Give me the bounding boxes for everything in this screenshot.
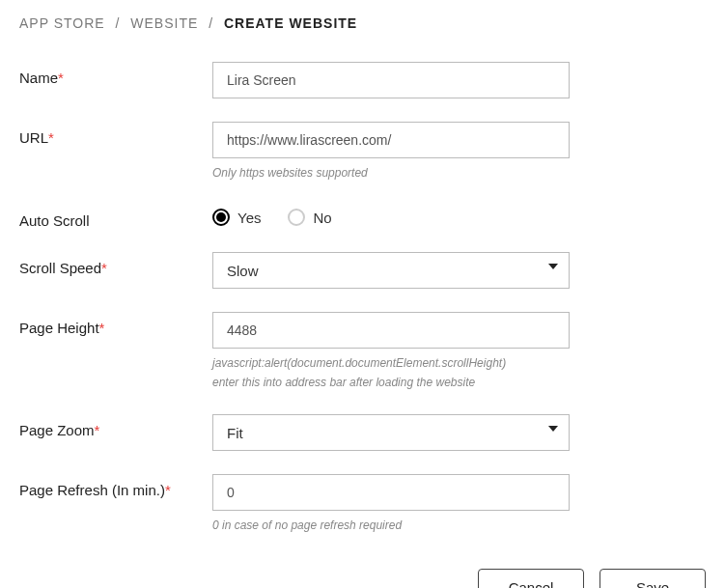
label-pagerefresh-text: Page Refresh (In min.) (19, 482, 165, 498)
label-pagezoom-text: Page Zoom (19, 422, 95, 438)
breadcrumb-sep: / (209, 15, 213, 31)
row-pagerefresh: Page Refresh (In min.)* 0 in case of no … (19, 474, 706, 534)
pagerefresh-help: 0 in case of no page refresh required (212, 517, 570, 534)
label-pagezoom: Page Zoom* (19, 414, 212, 438)
pagerefresh-input[interactable] (212, 474, 570, 511)
row-pageheight: Page Height* javascript:alert(document.d… (19, 312, 706, 391)
pagezoom-select[interactable]: Fit (212, 414, 570, 451)
radio-checked-icon (212, 209, 230, 226)
pagezoom-value: Fit (212, 414, 570, 451)
breadcrumb-current: CREATE WEBSITE (224, 15, 357, 31)
required-mark: * (58, 70, 64, 86)
scrollspeed-select[interactable]: Slow (212, 252, 570, 289)
autoscroll-radios: Yes No (212, 205, 570, 226)
label-scrollspeed-text: Scroll Speed (19, 260, 101, 276)
pageheight-help2: enter this into address bar after loadin… (212, 374, 570, 391)
pageheight-help1: javascript:alert(document.documentElemen… (212, 354, 570, 372)
label-url-text: URL (19, 129, 48, 146)
autoscroll-yes-label: Yes (237, 210, 261, 226)
autoscroll-yes[interactable]: Yes (212, 209, 261, 226)
cancel-button[interactable]: Cancel (478, 569, 584, 588)
row-autoscroll: Auto Scroll Yes No (19, 205, 706, 229)
url-help: Only https websites supported (212, 164, 570, 182)
radio-unchecked-icon (288, 209, 305, 226)
required-mark: * (99, 320, 105, 336)
required-mark: * (101, 260, 107, 276)
breadcrumb-item-appstore[interactable]: APP STORE (19, 15, 105, 31)
url-input[interactable] (212, 122, 570, 158)
scrollspeed-value: Slow (212, 252, 570, 289)
row-url: URL* Only https websites supported (19, 122, 706, 182)
label-autoscroll: Auto Scroll (19, 205, 212, 229)
label-pagerefresh: Page Refresh (In min.)* (19, 474, 212, 498)
autoscroll-no-label: No (313, 210, 331, 226)
autoscroll-no[interactable]: No (288, 209, 331, 226)
pageheight-input[interactable] (212, 312, 570, 349)
label-pageheight-text: Page Height (19, 320, 99, 336)
breadcrumb: APP STORE / WEBSITE / CREATE WEBSITE (19, 15, 706, 31)
required-mark: * (95, 422, 100, 438)
breadcrumb-sep: / (116, 15, 121, 31)
label-scrollspeed: Scroll Speed* (19, 252, 212, 276)
required-mark: * (48, 129, 54, 146)
label-name: Name* (19, 62, 212, 86)
label-url: URL* (19, 122, 212, 146)
row-scrollspeed: Scroll Speed* Slow (19, 252, 706, 289)
label-name-text: Name (19, 70, 58, 86)
row-name: Name* (19, 62, 706, 98)
required-mark: * (165, 482, 171, 498)
row-pagezoom: Page Zoom* Fit (19, 414, 706, 451)
label-pageheight: Page Height* (19, 312, 212, 336)
name-input[interactable] (212, 62, 570, 98)
save-button[interactable]: Save (600, 569, 706, 588)
label-autoscroll-text: Auto Scroll (19, 212, 90, 229)
breadcrumb-item-website[interactable]: WEBSITE (130, 15, 198, 31)
form-actions: Cancel Save (19, 569, 706, 588)
